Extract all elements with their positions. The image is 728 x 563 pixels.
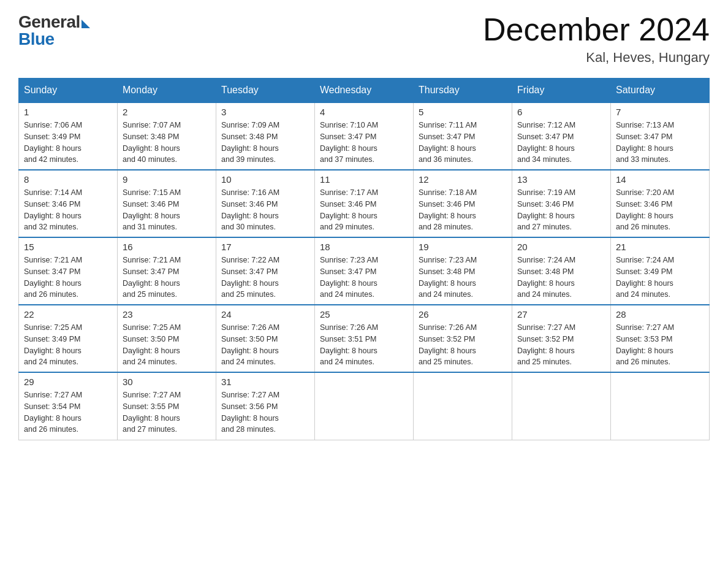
calendar-cell: 12Sunrise: 7:18 AMSunset: 3:46 PMDayligh… xyxy=(414,170,512,237)
day-number: 10 xyxy=(221,174,309,185)
header-monday: Monday xyxy=(118,79,216,103)
calendar-week-row: 1Sunrise: 7:06 AMSunset: 3:49 PMDaylight… xyxy=(19,102,710,170)
calendar-cell: 4Sunrise: 7:10 AMSunset: 3:47 PMDaylight… xyxy=(315,102,414,170)
calendar-cell: 24Sunrise: 7:26 AMSunset: 3:50 PMDayligh… xyxy=(216,305,315,372)
calendar-cell: 6Sunrise: 7:12 AMSunset: 3:47 PMDaylight… xyxy=(512,102,611,170)
month-year-title: December 2024 xyxy=(483,12,710,47)
calendar-cell: 5Sunrise: 7:11 AMSunset: 3:47 PMDaylight… xyxy=(414,102,512,170)
location-subtitle: Kal, Heves, Hungary xyxy=(483,50,710,66)
calendar-cell: 23Sunrise: 7:25 AMSunset: 3:50 PMDayligh… xyxy=(118,305,216,372)
header-thursday: Thursday xyxy=(414,79,512,103)
day-number: 22 xyxy=(24,309,112,320)
day-number: 29 xyxy=(24,377,112,387)
calendar-cell: 22Sunrise: 7:25 AMSunset: 3:49 PMDayligh… xyxy=(19,305,118,372)
calendar-cell xyxy=(414,372,512,440)
day-info: Sunrise: 7:26 AMSunset: 3:50 PMDaylight:… xyxy=(221,322,309,368)
day-number: 12 xyxy=(419,174,507,185)
day-number: 15 xyxy=(24,242,112,252)
day-number: 25 xyxy=(320,309,408,320)
day-info: Sunrise: 7:26 AMSunset: 3:52 PMDaylight:… xyxy=(419,322,507,368)
day-number: 2 xyxy=(123,107,211,117)
calendar-cell: 7Sunrise: 7:13 AMSunset: 3:47 PMDaylight… xyxy=(611,102,710,170)
calendar-week-row: 8Sunrise: 7:14 AMSunset: 3:46 PMDaylight… xyxy=(19,170,710,237)
header-sunday: Sunday xyxy=(19,79,118,103)
day-number: 5 xyxy=(419,107,507,117)
day-info: Sunrise: 7:06 AMSunset: 3:49 PMDaylight:… xyxy=(24,120,112,166)
logo-blue-text: Blue xyxy=(18,29,55,49)
day-number: 7 xyxy=(616,107,704,117)
day-info: Sunrise: 7:24 AMSunset: 3:48 PMDaylight:… xyxy=(517,255,605,301)
header-wednesday: Wednesday xyxy=(315,79,414,103)
calendar-cell: 15Sunrise: 7:21 AMSunset: 3:47 PMDayligh… xyxy=(19,237,118,305)
day-info: Sunrise: 7:27 AMSunset: 3:55 PMDaylight:… xyxy=(123,389,211,435)
day-number: 28 xyxy=(616,309,704,320)
header-tuesday: Tuesday xyxy=(216,79,315,103)
day-info: Sunrise: 7:20 AMSunset: 3:46 PMDaylight:… xyxy=(616,187,704,233)
day-number: 16 xyxy=(123,242,211,252)
logo-arrow-icon xyxy=(82,20,90,28)
calendar-cell: 30Sunrise: 7:27 AMSunset: 3:55 PMDayligh… xyxy=(118,372,216,440)
day-info: Sunrise: 7:17 AMSunset: 3:46 PMDaylight:… xyxy=(320,187,408,233)
day-info: Sunrise: 7:09 AMSunset: 3:48 PMDaylight:… xyxy=(221,120,309,166)
calendar-cell: 18Sunrise: 7:23 AMSunset: 3:47 PMDayligh… xyxy=(315,237,414,305)
day-number: 19 xyxy=(419,242,507,252)
day-number: 23 xyxy=(123,309,211,320)
calendar-cell xyxy=(512,372,611,440)
calendar-cell: 27Sunrise: 7:27 AMSunset: 3:52 PMDayligh… xyxy=(512,305,611,372)
calendar-cell: 28Sunrise: 7:27 AMSunset: 3:53 PMDayligh… xyxy=(611,305,710,372)
day-info: Sunrise: 7:16 AMSunset: 3:46 PMDaylight:… xyxy=(221,187,309,233)
day-number: 26 xyxy=(419,309,507,320)
day-info: Sunrise: 7:25 AMSunset: 3:49 PMDaylight:… xyxy=(24,322,112,368)
day-number: 13 xyxy=(517,174,605,185)
calendar-cell: 11Sunrise: 7:17 AMSunset: 3:46 PMDayligh… xyxy=(315,170,414,237)
day-number: 1 xyxy=(24,107,112,117)
day-info: Sunrise: 7:10 AMSunset: 3:47 PMDaylight:… xyxy=(320,120,408,166)
calendar-header-row: SundayMondayTuesdayWednesdayThursdayFrid… xyxy=(19,79,710,103)
day-info: Sunrise: 7:25 AMSunset: 3:50 PMDaylight:… xyxy=(123,322,211,368)
calendar-cell: 1Sunrise: 7:06 AMSunset: 3:49 PMDaylight… xyxy=(19,102,118,170)
calendar-cell xyxy=(315,372,414,440)
title-block: December 2024 Kal, Heves, Hungary xyxy=(483,12,710,66)
day-number: 30 xyxy=(123,377,211,387)
calendar-cell: 31Sunrise: 7:27 AMSunset: 3:56 PMDayligh… xyxy=(216,372,315,440)
day-number: 18 xyxy=(320,242,408,252)
day-info: Sunrise: 7:21 AMSunset: 3:47 PMDaylight:… xyxy=(24,255,112,301)
day-info: Sunrise: 7:26 AMSunset: 3:51 PMDaylight:… xyxy=(320,322,408,368)
header-saturday: Saturday xyxy=(611,79,710,103)
day-number: 6 xyxy=(517,107,605,117)
day-number: 24 xyxy=(221,309,309,320)
calendar-cell: 10Sunrise: 7:16 AMSunset: 3:46 PMDayligh… xyxy=(216,170,315,237)
calendar-cell: 2Sunrise: 7:07 AMSunset: 3:48 PMDaylight… xyxy=(118,102,216,170)
calendar-cell: 26Sunrise: 7:26 AMSunset: 3:52 PMDayligh… xyxy=(414,305,512,372)
calendar-cell: 13Sunrise: 7:19 AMSunset: 3:46 PMDayligh… xyxy=(512,170,611,237)
day-number: 27 xyxy=(517,309,605,320)
calendar-cell: 19Sunrise: 7:23 AMSunset: 3:48 PMDayligh… xyxy=(414,237,512,305)
calendar-cell: 20Sunrise: 7:24 AMSunset: 3:48 PMDayligh… xyxy=(512,237,611,305)
calendar-cell: 17Sunrise: 7:22 AMSunset: 3:47 PMDayligh… xyxy=(216,237,315,305)
day-info: Sunrise: 7:14 AMSunset: 3:46 PMDaylight:… xyxy=(24,187,112,233)
day-number: 4 xyxy=(320,107,408,117)
calendar-cell: 16Sunrise: 7:21 AMSunset: 3:47 PMDayligh… xyxy=(118,237,216,305)
calendar-table: SundayMondayTuesdayWednesdayThursdayFrid… xyxy=(18,78,710,440)
calendar-week-row: 22Sunrise: 7:25 AMSunset: 3:49 PMDayligh… xyxy=(19,305,710,372)
day-info: Sunrise: 7:21 AMSunset: 3:47 PMDaylight:… xyxy=(123,255,211,301)
calendar-week-row: 15Sunrise: 7:21 AMSunset: 3:47 PMDayligh… xyxy=(19,237,710,305)
day-info: Sunrise: 7:12 AMSunset: 3:47 PMDaylight:… xyxy=(517,120,605,166)
day-info: Sunrise: 7:23 AMSunset: 3:48 PMDaylight:… xyxy=(419,255,507,301)
day-info: Sunrise: 7:18 AMSunset: 3:46 PMDaylight:… xyxy=(419,187,507,233)
day-number: 8 xyxy=(24,174,112,185)
calendar-cell: 9Sunrise: 7:15 AMSunset: 3:46 PMDaylight… xyxy=(118,170,216,237)
day-number: 3 xyxy=(221,107,309,117)
day-number: 17 xyxy=(221,242,309,252)
day-info: Sunrise: 7:11 AMSunset: 3:47 PMDaylight:… xyxy=(419,120,507,166)
logo: General Blue xyxy=(18,12,90,49)
calendar-cell: 29Sunrise: 7:27 AMSunset: 3:54 PMDayligh… xyxy=(19,372,118,440)
calendar-cell: 14Sunrise: 7:20 AMSunset: 3:46 PMDayligh… xyxy=(611,170,710,237)
day-number: 20 xyxy=(517,242,605,252)
day-info: Sunrise: 7:27 AMSunset: 3:52 PMDaylight:… xyxy=(517,322,605,368)
day-info: Sunrise: 7:07 AMSunset: 3:48 PMDaylight:… xyxy=(123,120,211,166)
day-info: Sunrise: 7:24 AMSunset: 3:49 PMDaylight:… xyxy=(616,255,704,301)
calendar-cell: 3Sunrise: 7:09 AMSunset: 3:48 PMDaylight… xyxy=(216,102,315,170)
day-info: Sunrise: 7:19 AMSunset: 3:46 PMDaylight:… xyxy=(517,187,605,233)
header-friday: Friday xyxy=(512,79,611,103)
